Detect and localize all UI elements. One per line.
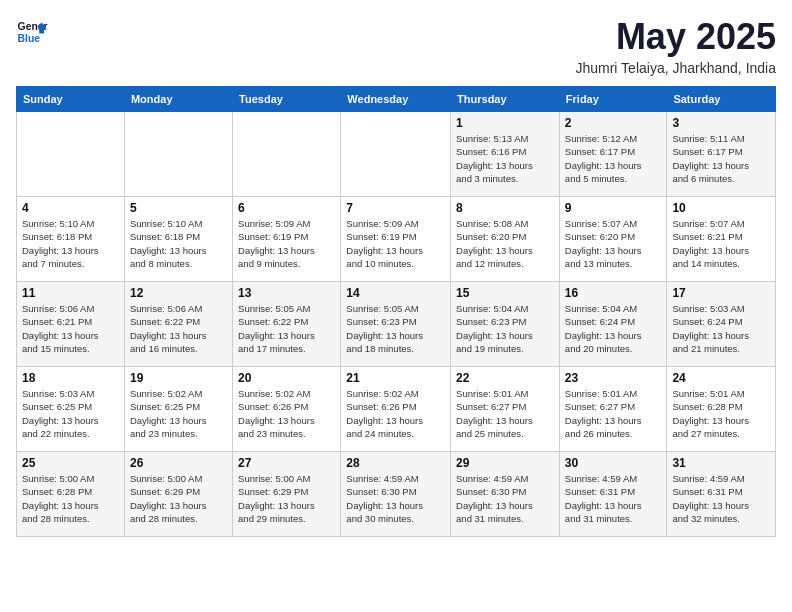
header-day-friday: Friday [559,87,667,112]
day-info: Sunrise: 4:59 AM Sunset: 6:30 PM Dayligh… [456,472,554,525]
day-number: 5 [130,201,227,215]
calendar-cell [233,112,341,197]
calendar-cell: 26Sunrise: 5:00 AM Sunset: 6:29 PM Dayli… [124,452,232,537]
week-row-1: 1Sunrise: 5:13 AM Sunset: 6:16 PM Daylig… [17,112,776,197]
day-number: 9 [565,201,662,215]
calendar-cell: 14Sunrise: 5:05 AM Sunset: 6:23 PM Dayli… [341,282,451,367]
calendar-cell: 4Sunrise: 5:10 AM Sunset: 6:18 PM Daylig… [17,197,125,282]
calendar-cell: 7Sunrise: 5:09 AM Sunset: 6:19 PM Daylig… [341,197,451,282]
day-number: 12 [130,286,227,300]
calendar-cell: 15Sunrise: 5:04 AM Sunset: 6:23 PM Dayli… [451,282,560,367]
header-day-wednesday: Wednesday [341,87,451,112]
day-number: 29 [456,456,554,470]
calendar-cell: 22Sunrise: 5:01 AM Sunset: 6:27 PM Dayli… [451,367,560,452]
day-number: 21 [346,371,445,385]
day-info: Sunrise: 5:04 AM Sunset: 6:24 PM Dayligh… [565,302,662,355]
day-number: 6 [238,201,335,215]
location: Jhumri Telaiya, Jharkhand, India [575,60,776,76]
logo-icon: General Blue [16,16,48,48]
day-number: 27 [238,456,335,470]
day-number: 22 [456,371,554,385]
day-info: Sunrise: 5:10 AM Sunset: 6:18 PM Dayligh… [130,217,227,270]
day-info: Sunrise: 4:59 AM Sunset: 6:31 PM Dayligh… [565,472,662,525]
calendar-cell: 25Sunrise: 5:00 AM Sunset: 6:28 PM Dayli… [17,452,125,537]
day-info: Sunrise: 5:00 AM Sunset: 6:29 PM Dayligh… [238,472,335,525]
month-title: May 2025 [575,16,776,58]
day-info: Sunrise: 5:09 AM Sunset: 6:19 PM Dayligh… [238,217,335,270]
week-row-2: 4Sunrise: 5:10 AM Sunset: 6:18 PM Daylig… [17,197,776,282]
day-info: Sunrise: 5:08 AM Sunset: 6:20 PM Dayligh… [456,217,554,270]
calendar-cell [341,112,451,197]
day-number: 10 [672,201,770,215]
calendar-cell: 3Sunrise: 5:11 AM Sunset: 6:17 PM Daylig… [667,112,776,197]
day-number: 25 [22,456,119,470]
calendar-cell: 21Sunrise: 5:02 AM Sunset: 6:26 PM Dayli… [341,367,451,452]
day-number: 17 [672,286,770,300]
day-info: Sunrise: 5:13 AM Sunset: 6:16 PM Dayligh… [456,132,554,185]
calendar-cell: 30Sunrise: 4:59 AM Sunset: 6:31 PM Dayli… [559,452,667,537]
day-number: 18 [22,371,119,385]
day-number: 14 [346,286,445,300]
calendar-cell: 5Sunrise: 5:10 AM Sunset: 6:18 PM Daylig… [124,197,232,282]
page-header: General Blue May 2025 Jhumri Telaiya, Jh… [16,16,776,76]
calendar-table: SundayMondayTuesdayWednesdayThursdayFrid… [16,86,776,537]
day-info: Sunrise: 5:04 AM Sunset: 6:23 PM Dayligh… [456,302,554,355]
day-info: Sunrise: 5:07 AM Sunset: 6:21 PM Dayligh… [672,217,770,270]
day-number: 26 [130,456,227,470]
header-day-thursday: Thursday [451,87,560,112]
calendar-cell: 12Sunrise: 5:06 AM Sunset: 6:22 PM Dayli… [124,282,232,367]
day-number: 31 [672,456,770,470]
calendar-cell: 1Sunrise: 5:13 AM Sunset: 6:16 PM Daylig… [451,112,560,197]
day-number: 1 [456,116,554,130]
day-info: Sunrise: 5:02 AM Sunset: 6:26 PM Dayligh… [238,387,335,440]
calendar-cell: 13Sunrise: 5:05 AM Sunset: 6:22 PM Dayli… [233,282,341,367]
day-info: Sunrise: 5:05 AM Sunset: 6:22 PM Dayligh… [238,302,335,355]
calendar-cell: 28Sunrise: 4:59 AM Sunset: 6:30 PM Dayli… [341,452,451,537]
day-info: Sunrise: 5:06 AM Sunset: 6:22 PM Dayligh… [130,302,227,355]
week-row-3: 11Sunrise: 5:06 AM Sunset: 6:21 PM Dayli… [17,282,776,367]
calendar-cell: 8Sunrise: 5:08 AM Sunset: 6:20 PM Daylig… [451,197,560,282]
calendar-cell: 23Sunrise: 5:01 AM Sunset: 6:27 PM Dayli… [559,367,667,452]
day-number: 11 [22,286,119,300]
day-number: 7 [346,201,445,215]
calendar-cell: 31Sunrise: 4:59 AM Sunset: 6:31 PM Dayli… [667,452,776,537]
calendar-cell: 2Sunrise: 5:12 AM Sunset: 6:17 PM Daylig… [559,112,667,197]
header-day-tuesday: Tuesday [233,87,341,112]
calendar-cell: 16Sunrise: 5:04 AM Sunset: 6:24 PM Dayli… [559,282,667,367]
day-info: Sunrise: 5:01 AM Sunset: 6:28 PM Dayligh… [672,387,770,440]
calendar-cell: 9Sunrise: 5:07 AM Sunset: 6:20 PM Daylig… [559,197,667,282]
day-info: Sunrise: 5:11 AM Sunset: 6:17 PM Dayligh… [672,132,770,185]
day-info: Sunrise: 5:02 AM Sunset: 6:26 PM Dayligh… [346,387,445,440]
svg-text:Blue: Blue [18,33,41,44]
day-number: 19 [130,371,227,385]
day-info: Sunrise: 5:03 AM Sunset: 6:25 PM Dayligh… [22,387,119,440]
calendar-cell: 10Sunrise: 5:07 AM Sunset: 6:21 PM Dayli… [667,197,776,282]
day-info: Sunrise: 5:01 AM Sunset: 6:27 PM Dayligh… [456,387,554,440]
day-info: Sunrise: 5:01 AM Sunset: 6:27 PM Dayligh… [565,387,662,440]
header-day-sunday: Sunday [17,87,125,112]
calendar-cell [124,112,232,197]
calendar-cell: 18Sunrise: 5:03 AM Sunset: 6:25 PM Dayli… [17,367,125,452]
day-info: Sunrise: 5:10 AM Sunset: 6:18 PM Dayligh… [22,217,119,270]
calendar-cell: 11Sunrise: 5:06 AM Sunset: 6:21 PM Dayli… [17,282,125,367]
title-block: May 2025 Jhumri Telaiya, Jharkhand, Indi… [575,16,776,76]
day-number: 28 [346,456,445,470]
day-number: 3 [672,116,770,130]
header-day-monday: Monday [124,87,232,112]
day-number: 16 [565,286,662,300]
header-row: SundayMondayTuesdayWednesdayThursdayFrid… [17,87,776,112]
day-info: Sunrise: 5:12 AM Sunset: 6:17 PM Dayligh… [565,132,662,185]
calendar-cell: 19Sunrise: 5:02 AM Sunset: 6:25 PM Dayli… [124,367,232,452]
day-number: 8 [456,201,554,215]
day-number: 24 [672,371,770,385]
day-number: 23 [565,371,662,385]
day-info: Sunrise: 4:59 AM Sunset: 6:31 PM Dayligh… [672,472,770,525]
week-row-5: 25Sunrise: 5:00 AM Sunset: 6:28 PM Dayli… [17,452,776,537]
day-info: Sunrise: 5:00 AM Sunset: 6:29 PM Dayligh… [130,472,227,525]
day-info: Sunrise: 5:06 AM Sunset: 6:21 PM Dayligh… [22,302,119,355]
calendar-cell: 17Sunrise: 5:03 AM Sunset: 6:24 PM Dayli… [667,282,776,367]
day-number: 4 [22,201,119,215]
day-number: 15 [456,286,554,300]
header-day-saturday: Saturday [667,87,776,112]
calendar-cell: 29Sunrise: 4:59 AM Sunset: 6:30 PM Dayli… [451,452,560,537]
